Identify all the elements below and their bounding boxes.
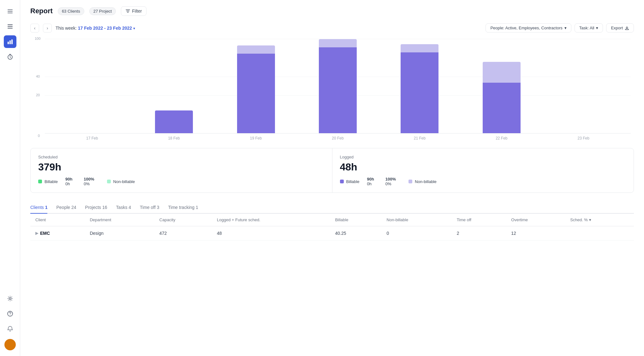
sidebar-icon-settings[interactable]: [4, 292, 16, 305]
td-overtime: 12: [506, 226, 565, 240]
svg-point-10: [9, 298, 11, 300]
x-label-20feb: 20 Feb: [319, 136, 357, 140]
y-label-20: 20: [36, 93, 40, 97]
td-client[interactable]: ▶ EMC: [30, 226, 85, 240]
th-time-off[interactable]: Time off: [452, 214, 506, 226]
scheduled-nonbillable-dot: [107, 180, 111, 183]
bar-20feb: [319, 39, 357, 133]
scheduled-breakdown: Billable 90h 0h 100% 0% Non-billable: [38, 177, 325, 186]
scheduled-nonbillable-label: Non-billable: [113, 179, 135, 184]
page-header: Report 63 Clients 27 Project Filter: [30, 6, 634, 16]
y-label-40: 40: [36, 74, 40, 78]
date-range-chevron[interactable]: ▾: [133, 26, 135, 31]
tab-timetracking[interactable]: Time tracking 1: [168, 202, 198, 214]
logged-billable-item: Billable: [340, 179, 360, 184]
task-filter-chevron: ▾: [596, 26, 598, 30]
scheduled-billable-dot: [38, 180, 42, 183]
x-label-19feb: 19 Feb: [237, 136, 275, 140]
svg-rect-6: [8, 42, 9, 44]
svg-rect-7: [9, 40, 11, 44]
scheduled-card: Scheduled 379h Billable 90h 0h 100% 0% N…: [31, 148, 332, 193]
right-controls: People: Active, Employees, Contractors ▾…: [486, 23, 634, 33]
row-expand-icon[interactable]: ▶: [35, 231, 38, 235]
svg-point-12: [10, 315, 10, 316]
tab-projects[interactable]: Projects 16: [85, 202, 107, 214]
th-overtime[interactable]: Overtime: [506, 214, 565, 226]
sidebar-icon-list[interactable]: [4, 20, 16, 33]
clients-badge[interactable]: 63 Clients: [58, 7, 84, 15]
th-non-billable[interactable]: Non-billable: [382, 214, 452, 226]
svg-rect-5: [8, 28, 13, 29]
logged-billable-dot: [340, 180, 344, 183]
report-table: Client Department Capacity Logged + Futu…: [30, 214, 634, 240]
prev-week-button[interactable]: ‹: [30, 24, 39, 33]
th-department[interactable]: Department: [85, 214, 154, 226]
x-label-17feb: 17 Feb: [73, 136, 111, 140]
page-title: Report: [30, 7, 53, 15]
logged-breakdown: Billable 90h 0h 100% 0% Non-billable: [340, 177, 626, 186]
td-non-billable: 0: [382, 226, 452, 240]
table-body: ▶ EMC Design 472 48 40.25 0 2 12: [30, 226, 634, 240]
logged-nonbillable-dot: [408, 180, 412, 183]
logged-label: Logged: [340, 155, 626, 159]
bar-19feb: [237, 45, 275, 133]
sidebar-icon-timer[interactable]: [4, 50, 16, 63]
sidebar-icon-menu[interactable]: [4, 5, 16, 18]
y-label-0: 0: [38, 134, 40, 138]
logged-pct-nums: 100% 0%: [385, 177, 396, 186]
svg-rect-0: [8, 9, 13, 10]
sidebar-bottom: [4, 292, 16, 351]
task-filter-button[interactable]: Task: All ▾: [575, 23, 603, 33]
tab-clients[interactable]: Clients 1: [30, 202, 47, 214]
logged-card: Logged 48h Billable 90h 0h 100% 0% Non-b…: [332, 148, 634, 193]
sidebar: [0, 0, 20, 356]
table-row: ▶ EMC Design 472 48 40.25 0 2 12: [30, 226, 634, 240]
scheduled-pct-nums: 100% 0%: [84, 177, 94, 186]
td-time-off: 2: [452, 226, 506, 240]
td-department: Design: [85, 226, 154, 240]
td-capacity: 472: [154, 226, 212, 240]
th-logged-future[interactable]: Logged + Future sched.: [212, 214, 330, 226]
scheduled-nonbillable-item: Non-billable: [107, 179, 135, 184]
data-table-container: Client Department Capacity Logged + Futu…: [30, 214, 634, 240]
td-billable: 40.25: [330, 226, 381, 240]
export-button[interactable]: Export: [606, 23, 634, 33]
x-label-18feb: 18 Feb: [155, 136, 193, 140]
filter-button[interactable]: Filter: [121, 6, 146, 16]
export-icon: [625, 26, 629, 30]
sched-pct-sort-icon: ▾: [589, 217, 591, 222]
logged-nonbillable-item: Non-billable: [408, 179, 437, 184]
projects-badge[interactable]: 27 Project: [89, 7, 116, 15]
sidebar-icon-bell[interactable]: [4, 323, 16, 335]
th-capacity[interactable]: Capacity: [154, 214, 212, 226]
tabs-row: Clients 1 People 24 Projects 16 Tasks 4 …: [30, 202, 634, 214]
td-logged-future: 48: [212, 226, 330, 240]
user-avatar[interactable]: [4, 339, 16, 350]
table-header-row: Client Department Capacity Logged + Futu…: [30, 214, 634, 226]
scheduled-billable-nums: 90h 0h: [65, 177, 72, 186]
x-label-22feb: 22 Feb: [483, 136, 521, 140]
tab-timeoff[interactable]: Time off 3: [140, 202, 159, 214]
logged-value: 48h: [340, 161, 626, 173]
th-billable[interactable]: Billable: [330, 214, 381, 226]
sidebar-icon-help[interactable]: [4, 307, 16, 320]
next-week-button[interactable]: ›: [43, 24, 52, 33]
svg-rect-8: [11, 39, 13, 44]
th-sched-pct[interactable]: Sched. % ▾: [565, 214, 634, 226]
people-filter-chevron: ▾: [564, 26, 567, 30]
y-label-100: 100: [35, 37, 40, 40]
chart-bars: [45, 39, 631, 133]
date-range-picker[interactable]: 17 Feb 2022 - 23 Feb 2022: [78, 26, 132, 31]
tab-people[interactable]: People 24: [56, 202, 76, 214]
x-label-23feb: 23 Feb: [564, 136, 602, 140]
people-filter-button[interactable]: People: Active, Employees, Contractors ▾: [486, 23, 571, 33]
summary-cards: Scheduled 379h Billable 90h 0h 100% 0% N…: [30, 148, 634, 193]
th-client[interactable]: Client: [30, 214, 85, 226]
x-label-21feb: 21 Feb: [401, 136, 438, 140]
scheduled-billable-label: Billable: [45, 179, 58, 184]
logged-billable-label: Billable: [346, 179, 360, 184]
sidebar-icon-chart[interactable]: [4, 35, 16, 48]
logged-nonbillable-label: Non-billable: [415, 179, 437, 184]
svg-rect-1: [8, 11, 13, 12]
tab-tasks[interactable]: Tasks 4: [116, 202, 131, 214]
